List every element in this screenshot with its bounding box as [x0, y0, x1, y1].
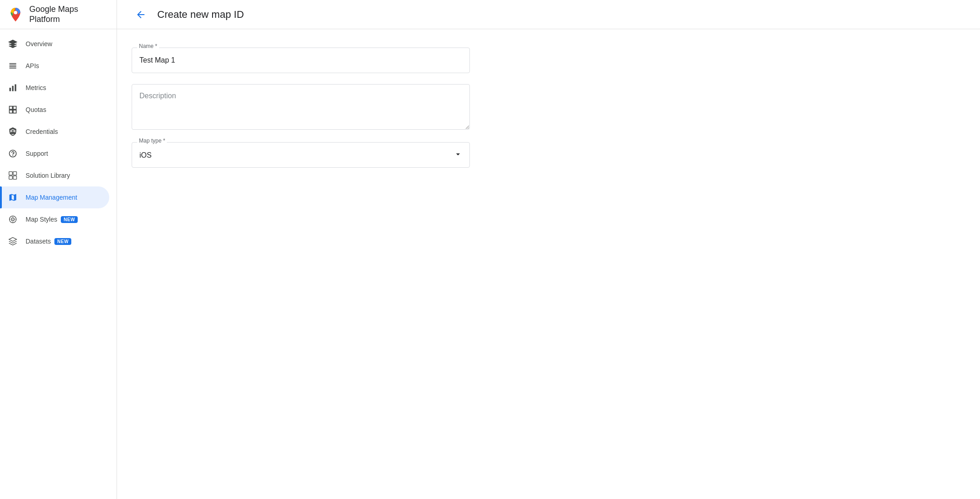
solution-library-icon: [7, 170, 18, 181]
sidebar-item-support[interactable]: Support: [0, 143, 109, 165]
google-maps-logo: [7, 6, 24, 23]
datasets-icon: [7, 236, 18, 247]
apis-icon: [7, 60, 18, 71]
map-type-form-group: Map type * JavaScript Android iOS: [132, 142, 514, 168]
sidebar-item-map-management[interactable]: Map Management: [0, 186, 109, 208]
svg-marker-19: [9, 238, 17, 241]
page-title: Create new map ID: [157, 9, 244, 21]
svg-rect-11: [13, 110, 16, 113]
sidebar-item-datasets[interactable]: Datasets NEW: [0, 230, 109, 252]
svg-rect-16: [13, 176, 17, 180]
map-styles-icon: [7, 214, 18, 225]
metrics-icon: [7, 82, 18, 93]
sidebar-item-credentials[interactable]: Credentials: [0, 121, 109, 143]
sidebar-item-support-label: Support: [26, 150, 48, 157]
description-field-wrapper: [132, 84, 470, 131]
svg-rect-13: [9, 172, 13, 175]
map-styles-new-badge: NEW: [61, 216, 78, 223]
svg-rect-9: [10, 110, 13, 113]
sidebar-item-metrics[interactable]: Metrics: [0, 77, 109, 99]
overview-icon: [7, 38, 18, 49]
sidebar-item-overview[interactable]: Overview: [0, 33, 109, 55]
sidebar-item-apis[interactable]: APIs: [0, 55, 109, 77]
svg-rect-10: [13, 106, 16, 110]
svg-rect-8: [10, 106, 13, 110]
description-textarea[interactable]: [132, 84, 470, 130]
svg-rect-14: [13, 172, 17, 175]
datasets-new-badge: NEW: [54, 238, 71, 245]
sidebar-item-metrics-label: Metrics: [26, 84, 46, 91]
sidebar: Google Maps Platform Overview APIs Metri…: [0, 0, 117, 499]
sidebar-item-map-styles[interactable]: Map Styles NEW: [0, 208, 109, 230]
sidebar-item-quotas[interactable]: Quotas: [0, 99, 109, 121]
sidebar-item-solution-library-label: Solution Library: [26, 172, 70, 179]
name-form-group: Name *: [132, 48, 514, 73]
svg-rect-5: [10, 88, 11, 91]
sidebar-item-map-styles-label: Map Styles: [26, 216, 57, 223]
sidebar-item-credentials-label: Credentials: [26, 128, 58, 135]
back-button[interactable]: [132, 5, 150, 24]
svg-point-12: [12, 130, 13, 132]
form-container: Name * Map type * JavaScript Android iOS: [117, 29, 528, 197]
support-icon: [7, 148, 18, 159]
svg-rect-7: [15, 85, 16, 91]
map-type-field-wrapper: Map type * JavaScript Android iOS: [132, 142, 470, 168]
name-field-wrapper: Name *: [132, 48, 470, 73]
name-input[interactable]: [132, 48, 470, 73]
description-form-group: [132, 84, 514, 131]
name-label: Name *: [137, 43, 159, 49]
svg-rect-6: [12, 86, 13, 91]
sidebar-navigation: Overview APIs Metrics Quotas: [0, 29, 117, 499]
map-management-icon: [7, 192, 18, 203]
sidebar-item-map-management-label: Map Management: [26, 194, 77, 201]
sidebar-title: Google Maps Platform: [29, 5, 109, 24]
sidebar-item-overview-label: Overview: [26, 40, 52, 48]
map-type-select-wrapper: JavaScript Android iOS: [132, 142, 470, 168]
sidebar-item-apis-label: APIs: [26, 62, 39, 69]
credentials-icon: [7, 126, 18, 137]
map-type-label: Map type *: [137, 138, 167, 144]
svg-point-0: [14, 11, 17, 14]
sidebar-header: Google Maps Platform: [0, 0, 117, 29]
main-content-area: Create new map ID Name * Map type * Java…: [117, 0, 980, 499]
sidebar-item-datasets-label: Datasets: [26, 238, 51, 245]
sidebar-item-quotas-label: Quotas: [26, 106, 46, 113]
map-type-select[interactable]: JavaScript Android iOS: [132, 142, 470, 168]
quotas-icon: [7, 104, 18, 115]
svg-rect-15: [9, 176, 13, 180]
main-header: Create new map ID: [117, 0, 980, 29]
sidebar-item-solution-library[interactable]: Solution Library: [0, 165, 109, 186]
